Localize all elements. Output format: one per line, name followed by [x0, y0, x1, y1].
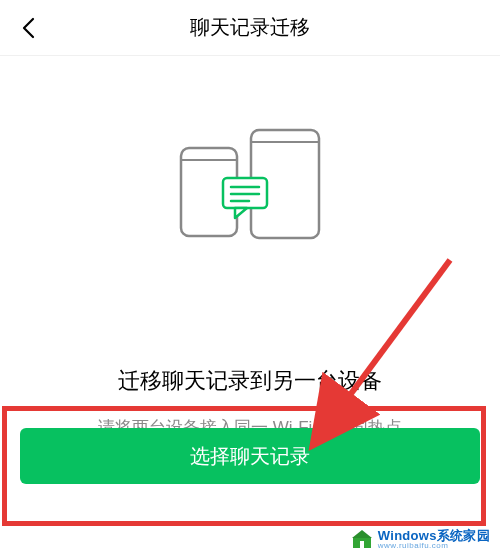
back-button[interactable]: [14, 14, 42, 42]
select-chat-records-button[interactable]: 选择聊天记录: [20, 428, 480, 484]
page-title: 聊天记录迁移: [190, 14, 310, 41]
watermark-text: Windows系统家园 www.ruibaifu.com: [378, 529, 490, 550]
watermark-brand: Windows系统家园: [378, 529, 490, 542]
cta-container: 选择聊天记录: [20, 428, 480, 484]
hero-illustration: [0, 126, 500, 246]
watermark-logo-icon: [350, 527, 374, 551]
svg-marker-10: [352, 530, 372, 538]
main-heading: 迁移聊天记录到另一台设备: [0, 366, 500, 396]
svg-line-8: [330, 260, 450, 422]
svg-rect-11: [360, 541, 364, 548]
watermark-url: www.ruibaifu.com: [378, 542, 490, 550]
chevron-left-icon: [21, 17, 35, 39]
navbar: 聊天记录迁移: [0, 0, 500, 56]
watermark: Windows系统家园 www.ruibaifu.com: [346, 526, 494, 552]
phone-transfer-icon: [165, 126, 335, 246]
